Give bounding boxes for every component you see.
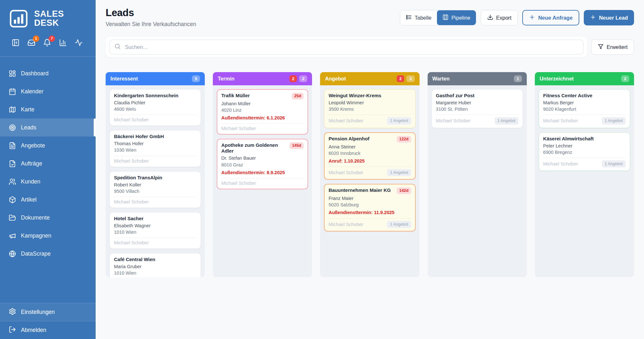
notification-badge: 7 [49,35,55,42]
card-footer: Michael Schober1 Angebot [543,158,626,167]
card-footer: Michael Schober [114,238,196,245]
columns-view-icon [442,14,449,22]
lead-card[interactable]: Weingut Winzer-KremsLeopold Wimmer3500 K… [324,89,415,128]
lead-card[interactable]: Fitness Center ActiveMarkus Berger9020 K… [539,89,630,128]
users-icon [9,178,16,185]
advanced-filter-button[interactable]: Erweitert [591,39,634,55]
column-badges: 2 [621,75,629,82]
card-footer: Michael Schober1 Angebot [436,115,518,124]
sidebar-item-kalender[interactable]: Kalender [0,82,96,100]
column-body: Fitness Center ActiveMarkus Berger9020 K… [535,85,634,277]
page-title-block: Leads Verwalten Sie Ihre Verkaufschancen [106,7,196,28]
sidebar-item-einstellungen[interactable]: Einstellungen [0,303,96,321]
bell-button[interactable]: 7 [43,39,51,47]
sidebar-item-angebote[interactable]: Angebote [0,137,96,155]
city: 3100 St. Pölten [436,106,518,112]
sidebar-item-artikel[interactable]: Artikel [0,191,96,209]
filter-funnel-icon [598,43,604,51]
lead-card[interactable]: Pension Alpenhof122dAnna Steiner6020 Inn… [324,132,415,180]
file-check-icon [9,160,16,167]
new-lead-button-label: Neuer Lead [599,15,628,21]
export-button[interactable]: Export [481,10,518,25]
column-header: Warten1 [428,72,527,85]
sidebar-item-kampagnen[interactable]: Kampagnen [0,227,96,245]
days-overdue-badge: 122d [397,136,411,143]
lead-card[interactable]: Trafik Müller25dJohann Müller4020 LinzAu… [217,89,308,135]
sidebar-item-datascrape[interactable]: DataScrape [0,245,96,263]
city: 1030 Wien [114,147,196,153]
lead-card[interactable]: Hotel SacherElisabeth Wagner1010 WienMic… [109,212,201,249]
app-logo: SALES DESK [0,0,96,29]
pipeline-column-unterzeichnet: Unterzeichnet2Fitness Center ActiveMarku… [535,72,634,277]
sidebar-item-label: Einstellungen [21,309,55,315]
column-alert-count-badge: 2 [397,75,404,82]
view-toggle: Tabelle Pipeline [400,10,476,25]
city: 4600 Wels [114,106,196,112]
lead-card[interactable]: Kindergarten SonnenscheinClaudia Pichler… [109,89,201,126]
offer-count-badge: 1 Angebot [602,160,626,167]
export-button-label: Export [496,15,512,21]
lead-card[interactable]: Bauunternehmen Maier KG142dFranz Maier50… [324,184,415,231]
city: 9020 Klagenfurt [543,106,626,112]
sidebar-item-label: Kampagnen [21,232,51,239]
panel-collapse-button[interactable] [12,39,20,47]
package-icon [9,196,16,203]
offer-count-badge: 1 Angebot [387,117,411,124]
days-overdue-badge: 145d [289,142,304,149]
column-title: Termin [218,76,289,82]
contact-name: Markus Berger [543,100,626,106]
card-footer: Michael Schober [221,123,304,131]
view-toggle-pipeline[interactable]: Pipeline [437,10,476,25]
company-name: Trafik Müller [221,93,250,99]
new-lead-button[interactable]: Neuer Lead [584,10,634,25]
search-card [106,37,587,57]
company-name: Pension Alpenhof [328,136,369,142]
view-toggle-tabelle-label: Tabelle [415,15,431,21]
sidebar-item-kunden[interactable]: Kunden [0,173,96,191]
lead-card[interactable]: Gasthof zur PostMargarete Huber3100 St. … [431,89,523,128]
contact-name: Peter Lechner [543,143,626,149]
column-badges: 22 [289,75,307,82]
new-inquiry-button[interactable]: Neue Anfrage [522,10,579,25]
sidebar-item-label: Karte [21,106,34,113]
city: 4020 Linz [221,107,304,113]
pipeline-column-angebot: Angebot23Weingut Winzer-KremsLeopold Wim… [320,72,419,277]
calendar-icon [9,88,16,95]
city: 3500 Krems [328,106,411,112]
city: 1010 Wien [114,229,196,235]
contact-name: Elisabeth Wagner [114,223,196,229]
sidebar-item-dashboard[interactable]: Dashboard [0,64,96,82]
sidebar-item-dokumente[interactable]: Dokumente [0,209,96,227]
contact-name: Johann Müller [221,101,304,107]
sidebar-item-leads[interactable]: Leads [0,118,96,137]
column-count-badge: 1 [514,75,522,82]
followup-date: Außendiensttermin: 6.1.2026 [221,115,304,121]
search-input[interactable] [124,44,579,51]
lead-card[interactable]: Apotheke zum Goldenen Adler145dDr. Stefa… [217,139,308,189]
sidebar-item-abmelden[interactable]: Abmelden [0,321,96,339]
inbox-button[interactable]: 1 [27,39,35,47]
contact-name: Thomas Hofer [114,141,196,146]
lead-card[interactable]: Käserei AlmwirtschaftPeter Lechner6900 B… [539,132,630,171]
view-toggle-tabelle[interactable]: Tabelle [400,10,437,25]
bar-chart-button[interactable] [59,39,67,47]
lead-card[interactable]: Café Central WienMaria Gruber1010 WienMi… [109,253,201,277]
contact-name: Margarete Huber [436,100,518,106]
owner-name: Michael Schober [328,222,363,227]
lead-card[interactable]: Bäckerei Hofer GmbHThomas Hofer1030 Wien… [109,130,201,167]
pipeline-column-interessent: Interessent5Kindergarten SonnenscheinCla… [106,72,205,277]
owner-name: Michael Schober [114,240,149,245]
card-footer: Michael Schober1 Angebot [543,115,626,124]
sidebar-item-aufträge[interactable]: Aufträge [0,155,96,173]
sidebar-item-karte[interactable]: Karte [0,100,96,118]
owner-name: Michael Schober [543,161,578,166]
sidebar-item-label: Abmelden [21,327,46,334]
column-body: Trafik Müller25dJohann Müller4020 LinzAu… [213,85,312,277]
column-title: Unterzeichnet [540,76,621,82]
lead-card[interactable]: Spedition TransAlpinRobert Koller9500 Vi… [109,171,201,208]
activity-button[interactable] [75,39,83,47]
company-name: Apotheke zum Goldenen Adler [221,142,287,154]
card-top: Spedition TransAlpin [114,175,196,181]
column-body: Gasthof zur PostMargarete Huber3100 St. … [428,85,527,277]
advanced-filter-label: Erweitert [607,44,628,50]
